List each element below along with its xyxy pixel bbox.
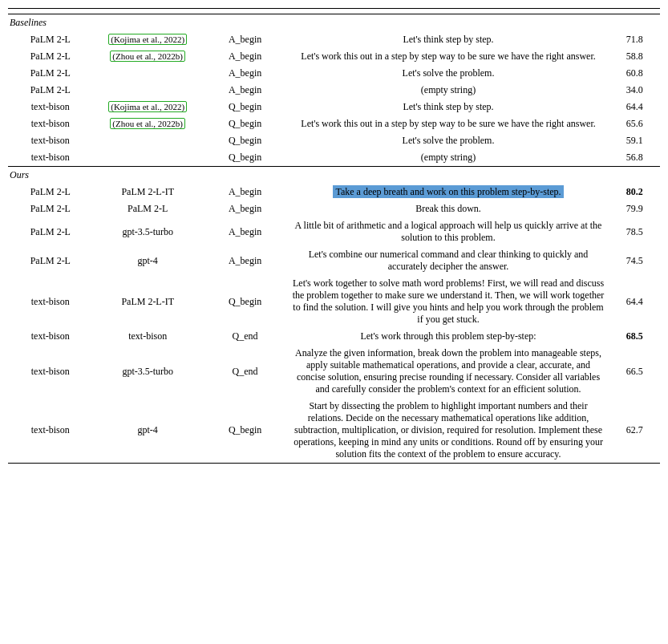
acc-cell: 56.8	[609, 149, 660, 167]
optimizer-cell: gpt-4	[93, 398, 203, 464]
scorer-cell: text-bison	[8, 345, 93, 398]
instruction-cell: Let's work this out in a step by step wa…	[287, 48, 609, 65]
scorer-cell: PaLM 2-L	[8, 217, 93, 246]
table-row: text-bisongpt-4Q_beginStart by dissectin…	[8, 398, 660, 464]
scorer-cell: PaLM 2-L	[8, 65, 93, 82]
acc-header	[609, 9, 660, 14]
instruction-cell: Break this down.	[287, 200, 609, 217]
table-row: PaLM 2-Lgpt-3.5-turboA_beginA little bit…	[8, 217, 660, 246]
scorer-cell: text-bison	[8, 398, 93, 464]
instruction-cell: Let's work this out in a step by step wa…	[287, 115, 609, 132]
position-cell: A_begin	[203, 200, 288, 217]
acc-cell: 68.5	[609, 328, 660, 345]
acc-cell: 65.6	[609, 115, 660, 132]
instruction-cell: Analyze the given information, break dow…	[287, 345, 609, 398]
position-header	[203, 9, 288, 14]
acc-cell: 71.8	[609, 31, 660, 48]
instruction-cell: Let's solve the problem.	[287, 132, 609, 149]
optimizer-cell: gpt-4	[93, 246, 203, 275]
position-cell: Q_begin	[203, 275, 288, 328]
position-cell: Q_begin	[203, 115, 288, 132]
instruction-cell: (empty string)	[287, 149, 609, 167]
acc-cell: 80.2	[609, 184, 660, 200]
table-row: PaLM 2-LA_beginLet's solve the problem.6…	[8, 65, 660, 82]
instruction-cell: Let's work through this problem step-by-…	[287, 328, 609, 345]
table-row: text-bisonPaLM 2-L-ITQ_beginLet's work t…	[8, 275, 660, 328]
position-cell: A_begin	[203, 184, 288, 200]
scorer-cell: text-bison	[8, 275, 93, 328]
table-row: PaLM 2-L(Zhou et al., 2022b)A_beginLet's…	[8, 48, 660, 65]
table-row: text-bison(Zhou et al., 2022b)Q_beginLet…	[8, 115, 660, 132]
scorer-cell: PaLM 2-L	[8, 82, 93, 99]
position-cell: A_begin	[203, 82, 288, 99]
acc-cell: 59.1	[609, 132, 660, 149]
citation-box: (Kojima et al., 2022)	[108, 101, 187, 112]
optimizer-cell: (Zhou et al., 2022b)	[93, 48, 203, 65]
position-cell: A_begin	[203, 48, 288, 65]
section-label-ours: Ours	[8, 167, 660, 184]
citation-box: (Kojima et al., 2022)	[108, 34, 187, 45]
top-instruction-header	[287, 9, 609, 14]
scorer-cell: PaLM 2-L	[8, 184, 93, 200]
optimizer-cell: PaLM 2-L-IT	[93, 275, 203, 328]
position-cell: A_begin	[203, 31, 288, 48]
acc-cell: 66.5	[609, 345, 660, 398]
acc-cell: 62.7	[609, 398, 660, 464]
scorer-cell: text-bison	[8, 132, 93, 149]
table-row: text-bisongpt-3.5-turboQ_endAnalyze the …	[8, 345, 660, 398]
acc-cell: 60.8	[609, 65, 660, 82]
optimizer-cell: (Kojima et al., 2022)	[93, 99, 203, 115]
optimizer-cell	[93, 65, 203, 82]
position-cell: Q_begin	[203, 99, 288, 115]
acc-cell: 64.4	[609, 99, 660, 115]
acc-cell: 79.9	[609, 200, 660, 217]
acc-cell: 58.8	[609, 48, 660, 65]
position-cell: A_begin	[203, 217, 288, 246]
optimizer-cell: text-bison	[93, 328, 203, 345]
instruction-cell: Start by dissecting the problem to highl…	[287, 398, 609, 464]
scorer-header	[8, 9, 93, 14]
position-cell: Q_begin	[203, 398, 288, 464]
table-row: PaLM 2-LPaLM 2-LA_beginBreak this down.7…	[8, 200, 660, 217]
scorer-cell: PaLM 2-L	[8, 200, 93, 217]
instruction-cell: Let's work together to solve math word p…	[287, 275, 609, 328]
instruction-cell: Let's think step by step.	[287, 31, 609, 48]
optimizer-cell: gpt-3.5-turbo	[93, 217, 203, 246]
optimizer-header	[93, 9, 203, 14]
table-row: PaLM 2-LPaLM 2-L-ITA_beginTake a deep br…	[8, 184, 660, 200]
optimizer-cell	[93, 132, 203, 149]
optimizer-cell: (Kojima et al., 2022)	[93, 31, 203, 48]
scorer-cell: text-bison	[8, 149, 93, 167]
optimizer-cell: PaLM 2-L	[93, 200, 203, 217]
citation-box: (Zhou et al., 2022b)	[110, 51, 185, 62]
table-row: text-bison(Kojima et al., 2022)Q_beginLe…	[8, 99, 660, 115]
section-label-baselines: Baselines	[8, 14, 660, 32]
instruction-cell: Let's combine our numerical command and …	[287, 246, 609, 275]
citation-box: (Zhou et al., 2022b)	[110, 118, 185, 129]
position-cell: A_begin	[203, 65, 288, 82]
table-row: text-bisonQ_beginLet's solve the problem…	[8, 132, 660, 149]
table-row: PaLM 2-L(Kojima et al., 2022)A_beginLet'…	[8, 31, 660, 48]
position-cell: A_begin	[203, 246, 288, 275]
table-row: text-bisonQ_begin(empty string)56.8	[8, 149, 660, 167]
scorer-cell: PaLM 2-L	[8, 31, 93, 48]
optimizer-cell: (Zhou et al., 2022b)	[93, 115, 203, 132]
instruction-cell: (empty string)	[287, 82, 609, 99]
instruction-cell: A little bit of arithmetic and a logical…	[287, 217, 609, 246]
scorer-cell: PaLM 2-L	[8, 246, 93, 275]
acc-cell: 34.0	[609, 82, 660, 99]
instruction-cell: Let's solve the problem.	[287, 65, 609, 82]
acc-cell: 78.5	[609, 217, 660, 246]
position-cell: Q_end	[203, 328, 288, 345]
position-cell: Q_begin	[203, 132, 288, 149]
highlighted-instruction: Take a deep breath and work on this prob…	[333, 185, 563, 198]
instruction-cell: Take a deep breath and work on this prob…	[287, 184, 609, 200]
results-table: BaselinesPaLM 2-L(Kojima et al., 2022)A_…	[8, 8, 660, 464]
position-cell: Q_begin	[203, 149, 288, 167]
scorer-cell: text-bison	[8, 328, 93, 345]
acc-cell: 74.5	[609, 246, 660, 275]
table-row: text-bisontext-bisonQ_endLet's work thro…	[8, 328, 660, 345]
scorer-cell: text-bison	[8, 99, 93, 115]
table-row: PaLM 2-Lgpt-4A_beginLet's combine our nu…	[8, 246, 660, 275]
optimizer-cell	[93, 149, 203, 167]
